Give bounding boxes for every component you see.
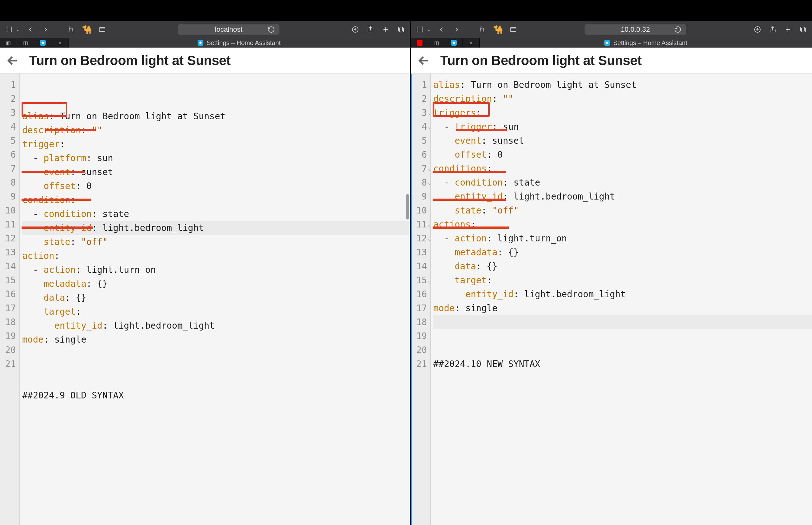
nav-forward-icon[interactable] (41, 25, 50, 34)
honey-extension-icon[interactable]: ℎ (66, 25, 75, 34)
address-bar[interactable]: localhost (178, 24, 280, 35)
code-line[interactable] (22, 375, 410, 389)
sidebar-dropdown-icon[interactable]: ⌄ (427, 27, 431, 32)
code-line[interactable]: target: (22, 305, 410, 319)
code-line[interactable]: - action: light.turn_on (22, 263, 410, 277)
pinned-tab-1[interactable]: ◧ (0, 38, 17, 48)
tab-close-button[interactable]: ✕ (463, 38, 480, 48)
address-bar[interactable]: 10.0.0.32 (585, 24, 686, 35)
code-line[interactable]: entity_id: light.bedroom_light (22, 221, 410, 235)
yaml-editor[interactable]: 123456789101112131415161718192021 alias:… (0, 74, 410, 525)
code-line[interactable]: entity_id: light.bedroom_light (22, 319, 410, 333)
fold-caret-icon[interactable]: ⌄ (428, 106, 431, 120)
code-line[interactable]: - action: light.turn_on (433, 231, 812, 245)
code-line[interactable] (22, 361, 410, 375)
window-mode-icon[interactable] (509, 25, 518, 34)
code-line[interactable]: actions: (433, 217, 812, 231)
code-line[interactable]: triggers: (433, 106, 812, 120)
code-line[interactable]: - condition: state (22, 207, 410, 221)
code-line[interactable]: - platform: sun (22, 151, 410, 165)
address-bar-text: 10.0.0.32 (590, 25, 680, 34)
pinned-tab-3[interactable] (34, 38, 51, 48)
share-icon[interactable] (768, 25, 777, 34)
yaml-editor[interactable]: 123⌄4⌄567⌄8⌄91011⌄12⌄131415⌄161718192021… (411, 74, 812, 525)
code-line[interactable]: description: "" (22, 123, 410, 137)
window-mode-icon[interactable] (98, 25, 107, 34)
downloads-icon[interactable] (753, 25, 762, 34)
code-line[interactable]: trigger: (22, 137, 410, 151)
page-back-button[interactable] (5, 53, 20, 68)
reload-icon[interactable] (673, 25, 682, 34)
sidebar-toggle-icon[interactable] (4, 25, 13, 34)
editor-code-area[interactable]: alias: Turn on Bedroom light at Sunsetde… (431, 74, 812, 525)
youtube-icon (417, 40, 422, 46)
new-tab-icon[interactable] (783, 25, 792, 34)
code-line[interactable]: ##2024.9 OLD SYNTAX (22, 389, 410, 403)
nav-back-icon[interactable] (26, 25, 35, 34)
code-line[interactable]: mode: single (433, 301, 812, 315)
code-line[interactable]: - condition: state (433, 176, 812, 190)
reload-icon[interactable] (267, 25, 276, 34)
code-line[interactable]: ##2024.10 NEW SYNTAX (433, 357, 812, 371)
code-line[interactable]: data: {} (433, 259, 812, 273)
home-assistant-icon (40, 40, 46, 46)
code-line[interactable] (433, 329, 812, 343)
fold-caret-icon[interactable]: ⌄ (428, 162, 431, 176)
active-tab[interactable]: Settings – Home Assistant (480, 38, 812, 48)
code-line[interactable]: metadata: {} (22, 277, 410, 291)
browser-tabstrip: ◧ ◫ ✕ Settings – Home Assistant (0, 38, 410, 48)
code-line[interactable]: metadata: {} (433, 245, 812, 259)
sidebar-dropdown-icon[interactable]: ⌄ (16, 27, 20, 32)
fold-caret-icon[interactable]: ⌄ (428, 273, 431, 287)
camel-extension-icon[interactable]: 🐪 (82, 25, 91, 34)
code-line[interactable]: condition: (22, 193, 410, 207)
tabs-overview-icon[interactable] (799, 25, 808, 34)
code-line[interactable]: state: "off" (433, 204, 812, 217)
sidebar-toggle-icon[interactable] (416, 25, 424, 34)
page-back-button[interactable] (416, 53, 431, 68)
camel-extension-icon[interactable]: 🐪 (493, 25, 502, 34)
fold-caret-icon[interactable]: ⌄ (428, 231, 431, 245)
code-line[interactable]: offset: 0 (433, 148, 812, 162)
pinned-tab-2[interactable]: ◫ (428, 38, 445, 48)
code-line[interactable]: state: "off" (22, 235, 410, 249)
code-line[interactable]: alias: Turn on Bedroom light at Sunset (433, 78, 812, 92)
code-line[interactable] (22, 347, 410, 361)
code-line[interactable]: event: sunset (433, 134, 812, 148)
pinned-tab-2[interactable]: ◫ (17, 38, 34, 48)
code-line[interactable]: action: (22, 249, 410, 263)
tab-close-button[interactable]: ✕ (51, 38, 69, 48)
share-icon[interactable] (366, 25, 375, 34)
browser-tabstrip: ◫ ✕ Settings – Home Assistant (411, 38, 812, 48)
tabs-overview-icon[interactable] (396, 25, 405, 34)
code-line[interactable]: mode: single (22, 333, 410, 347)
fold-caret-icon[interactable]: ⌄ (428, 120, 431, 134)
code-line[interactable]: description: "" (433, 92, 812, 106)
code-line[interactable]: offset: 0 (22, 179, 410, 193)
code-line[interactable]: target: (433, 273, 812, 287)
new-tab-icon[interactable] (381, 25, 390, 34)
fold-caret-icon[interactable]: ⌄ (428, 217, 431, 231)
code-line[interactable]: - trigger: sun (433, 120, 812, 134)
fold-caret-icon[interactable]: ⌄ (428, 176, 431, 190)
code-line[interactable]: entity_id: light.bedroom_light (433, 287, 812, 301)
code-line[interactable]: conditions: (433, 162, 812, 176)
code-line[interactable]: alias: Turn on Bedroom light at Sunset (22, 109, 410, 123)
code-line[interactable] (433, 315, 812, 329)
honey-extension-icon[interactable]: ℎ (477, 25, 486, 34)
downloads-icon[interactable] (351, 25, 360, 34)
code-line[interactable]: entity_id: light.bedroom_light (433, 190, 812, 204)
code-line[interactable]: data: {} (22, 291, 410, 305)
nav-forward-icon[interactable] (452, 25, 461, 34)
nav-back-icon[interactable] (437, 25, 446, 34)
app-icon: ◫ (23, 40, 28, 46)
close-icon: ✕ (58, 40, 62, 45)
active-tab[interactable]: Settings – Home Assistant (69, 38, 410, 48)
home-assistant-icon (198, 40, 203, 46)
editor-code-area[interactable]: alias: Turn on Bedroom light at Sunsetde… (20, 74, 410, 525)
code-line[interactable] (433, 343, 812, 357)
pinned-tab-3[interactable] (445, 38, 463, 48)
code-line[interactable]: event: sunset (22, 165, 410, 179)
pinned-tab-1[interactable] (411, 38, 428, 48)
svg-rect-20 (801, 27, 805, 31)
